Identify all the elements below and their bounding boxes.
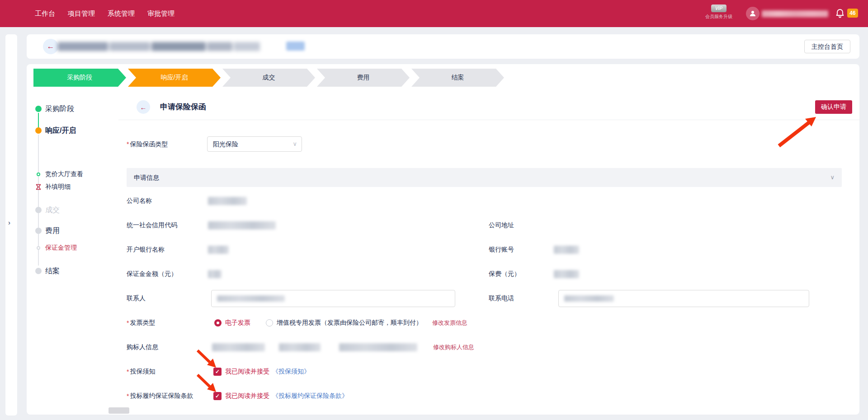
row-deposit-amount: 保证金金额（元） 保费（元） bbox=[118, 262, 859, 286]
contact-phone-value-redacted bbox=[564, 295, 614, 302]
edit-buyer-info-link[interactable]: 修改购标人信息 bbox=[433, 343, 474, 351]
row-credit-code: 统一社会信用代码 公司地址 bbox=[118, 213, 859, 238]
sidebar-item-label: 费用 bbox=[45, 226, 60, 236]
contact-phone-input[interactable] bbox=[558, 290, 809, 307]
guarantee-type-row: *保险保函类型 阳光保险 ∨ bbox=[118, 136, 859, 152]
row-contact: 联系人 联系电话 bbox=[118, 286, 859, 311]
guarantee-type-select[interactable]: 阳光保险 ∨ bbox=[207, 136, 302, 152]
sidebar-item-label: 保证金管理 bbox=[45, 244, 77, 252]
bell-icon[interactable] bbox=[835, 8, 845, 19]
username-redacted bbox=[762, 10, 828, 17]
performance-terms-label: *投标履约保证保险条款 bbox=[127, 384, 208, 408]
notice-checkbox[interactable]: ✓ bbox=[213, 368, 222, 376]
confirm-apply-button[interactable]: 确认申请 bbox=[815, 100, 852, 114]
chevron-down-icon: ∨ bbox=[830, 168, 835, 187]
notice-link[interactable]: 《投保须知》 bbox=[272, 368, 310, 376]
main-panel: ← 申请保险保函 确认申请 *保险保函类型 阳光保险 ∨ 申请信息 ∨ 公司名称 bbox=[118, 64, 859, 415]
check-icon: ✓ bbox=[215, 393, 220, 399]
section-header-apply-info[interactable]: 申请信息 ∨ bbox=[127, 168, 842, 187]
panel-title-row: ← 申请保险保函 确认申请 bbox=[118, 94, 859, 120]
dot-icon bbox=[35, 106, 42, 112]
radio-vat-invoice-label[interactable]: 增值税专用发票（发票由保险公司邮寄，顺丰到付） bbox=[277, 319, 422, 327]
insurance-notice-label: *投保须知 bbox=[127, 359, 208, 384]
contact-phone-label: 联系电话 bbox=[489, 286, 554, 311]
step-procurement[interactable]: 采购阶段 bbox=[33, 69, 126, 87]
dot-icon bbox=[35, 127, 42, 134]
vip-icon: VIP bbox=[711, 5, 726, 12]
company-name-value-redacted bbox=[208, 197, 247, 205]
contact-input[interactable] bbox=[211, 290, 455, 307]
row-invoice-type: *发票类型 电子发票 增值税专用发票（发票由保险公司邮寄，顺丰到付） 修改发票信… bbox=[118, 311, 859, 335]
contact-value-redacted bbox=[217, 295, 285, 302]
company-address-label: 公司地址 bbox=[489, 213, 554, 238]
row-bank-name: 开户银行名称 银行账号 bbox=[118, 238, 859, 262]
edit-invoice-info-link[interactable]: 修改发票信息 bbox=[432, 319, 467, 327]
sidebar-timeline: 采购阶段 响应/开启 竞价大厅查看 补填明细 成交 费用 保证金管理 bbox=[27, 91, 118, 407]
bank-account-value-redacted bbox=[554, 246, 579, 254]
deposit-amount-value-redacted bbox=[208, 270, 222, 278]
credit-code-label: 统一社会信用代码 bbox=[127, 213, 208, 238]
radio-electronic-invoice-label[interactable]: 电子发票 bbox=[225, 319, 250, 327]
buyer-id-redacted bbox=[339, 343, 417, 351]
sidebar-item-procurement[interactable]: 采购阶段 bbox=[27, 103, 118, 115]
terms-checkbox[interactable]: ✓ bbox=[213, 392, 222, 400]
sidebar-item-response-open[interactable]: 响应/开启 bbox=[27, 124, 118, 137]
sidebar-item-label: 结案 bbox=[45, 266, 60, 276]
hourglass-icon bbox=[35, 184, 42, 190]
status-chip-redacted bbox=[286, 42, 305, 51]
sidebar-item-fees[interactable]: 费用 bbox=[27, 224, 118, 237]
console-home-button[interactable]: 主控台首页 bbox=[804, 40, 850, 53]
user-avatar[interactable] bbox=[746, 7, 760, 20]
sidebar-item-label: 采购阶段 bbox=[45, 104, 74, 114]
top-nav: 工作台 项目管理 系统管理 审批管理 VIP 会员服务升级 46 bbox=[0, 0, 868, 27]
sidebar-item-deposit-mgmt[interactable]: 保证金管理 bbox=[27, 243, 118, 253]
dot-icon bbox=[35, 207, 42, 213]
nav-item-approval-mgmt[interactable]: 审批管理 bbox=[147, 9, 175, 18]
back-icon[interactable]: ← bbox=[43, 39, 58, 54]
sidebar-item-label: 响应/开启 bbox=[45, 126, 76, 135]
chevron-right-icon[interactable]: › bbox=[8, 219, 10, 226]
page-header-card: ← 主控台首页 bbox=[27, 34, 859, 59]
select-value: 阳光保险 bbox=[213, 140, 238, 148]
terms-link[interactable]: 《投标履约保证保险条款》 bbox=[272, 392, 348, 400]
horizontal-scrollbar-thumb[interactable] bbox=[108, 407, 129, 414]
notification-count-badge: 46 bbox=[847, 9, 858, 18]
premium-value-redacted bbox=[554, 270, 579, 278]
row-buyer-info: 购标人信息 修改购标人信息 bbox=[118, 335, 859, 359]
project-title-redacted bbox=[57, 42, 260, 51]
nav-item-project-mgmt[interactable]: 项目管理 bbox=[68, 9, 95, 18]
bank-account-label: 银行账号 bbox=[489, 238, 554, 262]
sidebar-item-label: 补填明细 bbox=[45, 183, 71, 191]
agree-text: 我已阅读并接受 bbox=[225, 368, 269, 376]
required-mark: * bbox=[127, 319, 129, 327]
company-name-label: 公司名称 bbox=[127, 189, 208, 213]
deposit-amount-label: 保证金金额（元） bbox=[127, 262, 208, 286]
back-icon[interactable]: ← bbox=[137, 100, 150, 114]
nav-item-system-mgmt[interactable]: 系统管理 bbox=[108, 9, 135, 18]
sidebar-item-closure[interactable]: 结案 bbox=[27, 265, 118, 277]
radio-electronic-invoice[interactable] bbox=[214, 319, 222, 327]
collapse-rail: › bbox=[5, 34, 17, 415]
invoice-type-label: *发票类型 bbox=[127, 311, 208, 335]
content-card: 采购阶段 响应/开启 成交 费用 结案 采购阶段 响应/开启 竞价大厅查看 补填… bbox=[27, 64, 859, 415]
dot-icon bbox=[35, 228, 42, 234]
sidebar-item-fill-details[interactable]: 补填明细 bbox=[27, 182, 118, 192]
vip-upgrade[interactable]: VIP 会员服务升级 bbox=[701, 4, 737, 20]
nav-item-workbench[interactable]: 工作台 bbox=[35, 9, 55, 18]
contact-label: 联系人 bbox=[127, 286, 208, 311]
credit-code-value-redacted bbox=[208, 221, 276, 229]
row-insurance-notice: *投保须知 ✓ 我已阅读并接受 《投保须知》 bbox=[118, 359, 859, 384]
radio-vat-invoice[interactable] bbox=[266, 319, 273, 327]
bank-name-value-redacted bbox=[208, 246, 229, 254]
sidebar-item-label: 竞价大厅查看 bbox=[45, 170, 83, 178]
guarantee-type-label: *保险保函类型 bbox=[127, 136, 168, 152]
page-title: 申请保险保函 bbox=[160, 94, 206, 120]
buyer-phone-redacted bbox=[279, 343, 321, 351]
sidebar-item-bidding-hall[interactable]: 竞价大厅查看 bbox=[27, 169, 118, 180]
required-mark: * bbox=[127, 140, 129, 148]
vip-caption: 会员服务升级 bbox=[701, 14, 737, 20]
chevron-down-icon: ∨ bbox=[292, 137, 297, 151]
bank-name-label: 开户银行名称 bbox=[127, 238, 208, 262]
sidebar-item-deal[interactable]: 成交 bbox=[27, 204, 118, 216]
nav-menu: 工作台 项目管理 系统管理 审批管理 bbox=[0, 9, 175, 18]
